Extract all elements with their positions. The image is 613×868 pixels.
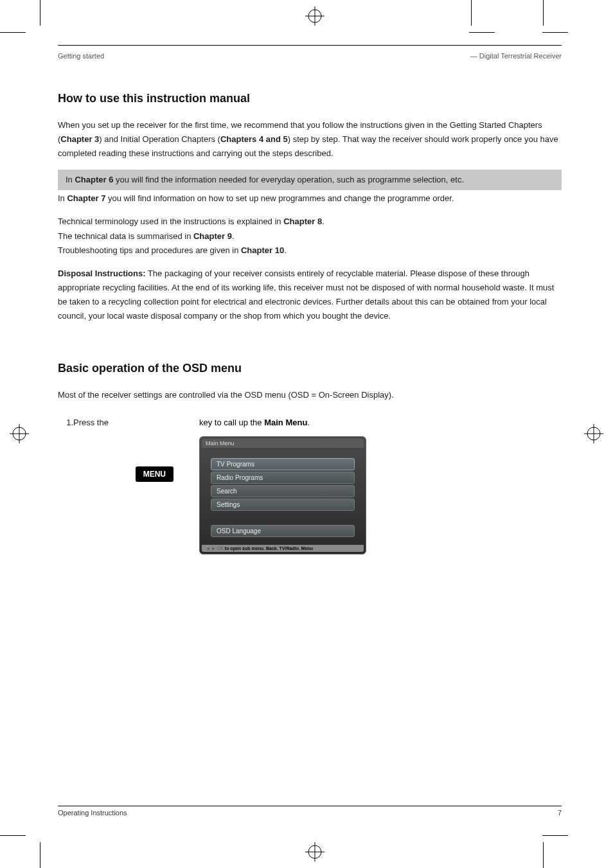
- section-title: Basic operation of the OSD menu: [58, 362, 562, 375]
- header-section-name: Getting started: [58, 52, 104, 60]
- highlight-row: In Chapter 6 you will find the informati…: [58, 170, 562, 190]
- chapter-ref: Chapter 6: [75, 175, 113, 184]
- page-number: 7: [558, 809, 562, 817]
- step-item: 1. Press the: [58, 415, 173, 431]
- body-paragraph: Technical terminology used in the instru…: [58, 215, 562, 229]
- crop-mark: [471, 0, 472, 26]
- intro-paragraph: When you set up the receiver for the fir…: [58, 118, 562, 161]
- crop-mark: [40, 0, 40, 26]
- body-paragraph: The technical data is summarised in Chap…: [58, 229, 562, 244]
- osd-menu-item[interactable]: Settings: [211, 499, 355, 511]
- section-title: How to use this instruction manual: [58, 92, 562, 105]
- osd-menu-item[interactable]: Radio Programs: [211, 472, 355, 484]
- crop-mark: [0, 32, 26, 33]
- chapter-ref: Chapter 9: [193, 231, 232, 241]
- chapter-ref: Chapter 10: [241, 245, 284, 255]
- crop-mark: [469, 32, 495, 33]
- footer-rule: [58, 806, 562, 806]
- registration-mark-icon: [305, 6, 324, 26]
- registration-mark-icon: [584, 424, 603, 443]
- menu-intro: Most of the receiver settings are contro…: [58, 388, 562, 402]
- osd-footer-hint: ◄ ► OK to open sub menu. Back. TV/Radio.…: [202, 545, 364, 552]
- osd-menu-item[interactable]: TV Programs: [211, 458, 355, 470]
- remote-key-menu: MENU: [136, 466, 173, 482]
- header-device-name: — Digital Terrestrial Receiver: [470, 52, 562, 60]
- crop-mark: [0, 835, 26, 836]
- chapter-ref: Chapter 3: [60, 134, 99, 144]
- chapter-ref: Chapter 8: [283, 217, 322, 226]
- crop-mark: [542, 32, 568, 33]
- crop-mark: [542, 835, 568, 836]
- menu-name-bold: Main Menu: [264, 418, 307, 427]
- chapter-ref: Chapter 7: [67, 193, 105, 203]
- osd-title-bar: Main Menu: [202, 439, 364, 448]
- chapter-ref: Chapters 4 and 5: [220, 134, 288, 144]
- registration-mark-icon: [10, 424, 29, 443]
- osd-menu-item[interactable]: Search: [211, 485, 355, 497]
- osd-menu-item[interactable]: OSD Language: [211, 525, 355, 537]
- disposal-label: Disposal Instructions:: [58, 269, 146, 278]
- registration-mark-icon: [305, 842, 324, 862]
- disposal-paragraph: Disposal Instructions: The packaging of …: [58, 267, 562, 323]
- crop-mark: [543, 0, 544, 26]
- header-rule: [58, 45, 562, 46]
- footer-label: Operating Instructions: [58, 809, 127, 817]
- step-number: 1.: [58, 415, 73, 431]
- crop-mark: [543, 842, 544, 868]
- body-paragraph: Troubleshooting tips and procedures are …: [58, 244, 562, 258]
- osd-window: Main Menu TV Programs Radio Programs Sea…: [199, 436, 366, 554]
- crop-mark: [40, 842, 40, 868]
